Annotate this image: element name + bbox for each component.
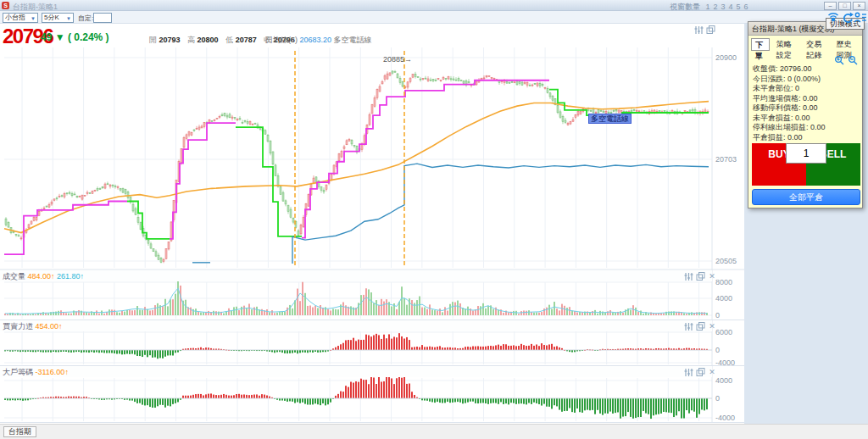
window-count-label: 視窗數量	[670, 3, 700, 11]
field-stop-exit-pnl: 停利線出場損益0.00	[753, 122, 858, 132]
refresh-icon[interactable]	[841, 11, 854, 24]
line-label: 多空電話線	[334, 36, 372, 44]
quantity-input[interactable]	[786, 143, 826, 164]
tab-order[interactable]: 下單	[751, 38, 770, 51]
custom-period-label: 自定:	[78, 14, 93, 23]
chips-value: -3116.00↑	[36, 368, 69, 376]
field-value: 20796.00	[780, 64, 812, 73]
low-value: 20787	[236, 36, 257, 44]
chips-label: 大戶籌碼	[3, 368, 33, 376]
ma-label: 日均線(5)	[265, 36, 298, 44]
tab-backtest[interactable]: 歷史回測	[833, 38, 860, 51]
chart-style-icon[interactable]	[695, 368, 705, 377]
field-closed-pnl: 平倉損益0.00	[753, 132, 858, 142]
tab-trade-records[interactable]: 交易記錄	[803, 38, 829, 51]
broadcast-icon[interactable]	[826, 11, 840, 24]
chips-pane-icons: ✕	[683, 367, 721, 377]
field-trailing-stop-price: 移動停利價格0.00	[753, 103, 858, 113]
indicator-settings-icon[interactable]	[683, 368, 693, 377]
high-label: 高	[187, 36, 195, 44]
field-value: 0.00	[803, 103, 818, 112]
chevron-down-icon: ▼	[31, 14, 36, 23]
app-logo-icon: S	[2, 2, 9, 9]
pane-close-icon[interactable]: ✕	[707, 322, 717, 331]
power-pane-icons: ✕	[683, 321, 721, 331]
line-tooltip: 多空電話線	[588, 114, 632, 124]
window-count: 視窗數量 123456	[668, 2, 750, 13]
field-label: 平均進場價格	[753, 94, 803, 103]
open-value: 20793	[159, 36, 181, 44]
zoom-in-icon[interactable]	[834, 53, 845, 69]
low-label: 低	[225, 36, 233, 44]
volume-avg-value: 261.80↑	[57, 272, 84, 281]
field-open-position: 未平倉部位0	[753, 83, 858, 93]
chart-style-icon[interactable]	[695, 272, 705, 281]
status-bar	[0, 424, 868, 439]
field-label: 移動停利價格	[753, 103, 803, 112]
close-all-button[interactable]: 全部平倉	[752, 189, 860, 205]
trading-app-window: 20900207032050580004000060000-400040000-…	[0, 0, 868, 439]
field-label: 今日漲跌	[753, 75, 787, 83]
close-icon: ×	[857, 3, 860, 8]
custom-period-input[interactable]	[93, 13, 112, 23]
field-open-pnl: 未平倉損益0.00	[753, 113, 858, 123]
indicator-settings-icon[interactable]	[683, 322, 693, 331]
user-list-icon[interactable]	[854, 11, 867, 24]
svg-text:4000: 4000	[715, 294, 732, 303]
volume-label: 成交量	[3, 272, 25, 281]
chart-style-icon[interactable]	[695, 322, 705, 331]
high-value: 20800	[198, 36, 219, 44]
indicator-settings-icon[interactable]	[693, 25, 704, 35]
window-number-1[interactable]: 1	[706, 3, 710, 11]
order-panel: 台指期-策略1 (模擬交易) 切換模式 下單 策略設定 交易記錄 歷史回測 收盤…	[748, 21, 863, 208]
tab-strategy-settings[interactable]: 策略設定	[773, 38, 799, 51]
window-number-2[interactable]: 2	[714, 3, 718, 11]
field-value: 0 (0.00%)	[787, 75, 821, 83]
price-change: 49 ▼ ( 0.24% )	[41, 31, 109, 43]
restore-button[interactable]: □	[838, 2, 851, 10]
minimize-button[interactable]: –	[824, 2, 837, 10]
field-value: 0.00	[795, 114, 810, 122]
volume-pane-header: 成交量 484.00↑ 261.80↑	[0, 270, 712, 281]
window-number-3[interactable]: 3	[721, 3, 726, 11]
minimize-icon: –	[829, 3, 832, 8]
field-day-change: 今日漲跌0 (0.00%)	[753, 74, 858, 84]
field-value: 0	[795, 84, 799, 92]
chevron-down-icon: ▼	[66, 14, 71, 23]
ma-value: 20683.20	[300, 36, 332, 44]
pane-close-icon[interactable]: ✕	[707, 272, 717, 281]
ma-legend: 日均線(5) 20683.20 多空電話線	[265, 35, 372, 46]
period-select-value: 5分K	[44, 14, 59, 21]
toolbar	[0, 11, 868, 24]
pane-close-icon[interactable]: ✕	[707, 368, 717, 377]
indicator-settings-icon[interactable]	[683, 272, 693, 281]
svg-text:0: 0	[715, 311, 720, 320]
window-number-5[interactable]: 5	[737, 3, 741, 11]
field-label: 未平倉損益	[753, 114, 795, 122]
zoom-controls	[834, 53, 859, 69]
order-panel-fields: 收盤價20796.00 今日漲跌0 (0.00%) 未平倉部位0 平均進場價格0…	[748, 64, 862, 142]
power-value: 454.00↑	[36, 322, 63, 331]
field-avg-entry-price: 平均進場價格0.00	[753, 93, 858, 103]
field-value: 0.00	[803, 94, 818, 103]
chart-style-icon[interactable]	[705, 25, 715, 35]
period-select[interactable]: 5分K▼	[42, 13, 74, 23]
power-pane-header: 買賣力道 454.00↑	[0, 320, 712, 331]
open-label: 開	[149, 36, 157, 44]
main-pane-icons	[693, 25, 731, 35]
window-title: 台指期-策略1	[13, 2, 58, 13]
window-number-4[interactable]: 4	[729, 3, 733, 11]
close-button[interactable]: ×	[853, 2, 865, 10]
symbol-select[interactable]: 小台指▼	[3, 13, 38, 23]
svg-text:20900: 20900	[715, 53, 737, 62]
order-panel-tabs: 下單 策略設定 交易記錄 歷史回測	[748, 37, 862, 52]
volume-pane-icons: ✕	[683, 271, 721, 281]
restore-icon: □	[843, 3, 846, 8]
field-value: 0.00	[810, 123, 826, 131]
svg-text:20703: 20703	[715, 155, 737, 164]
svg-text:0: 0	[715, 394, 720, 403]
window-number-6[interactable]: 6	[744, 3, 748, 11]
status-tab-taifex[interactable]: 台指期	[3, 426, 36, 437]
chips-pane-header: 大戶籌碼 -3116.00↑	[0, 366, 712, 377]
zoom-out-icon[interactable]	[848, 53, 859, 69]
